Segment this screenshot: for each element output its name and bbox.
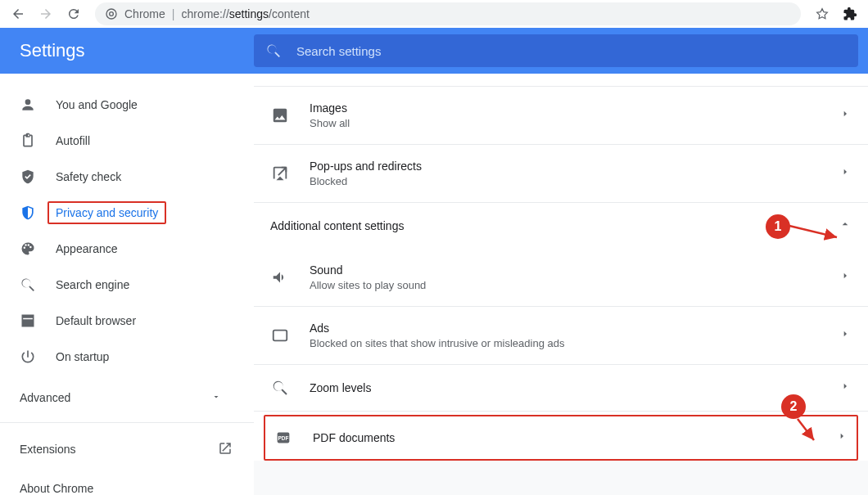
- svg-line-6: [789, 226, 837, 237]
- ads-icon: [270, 326, 290, 345]
- row-title: PDF documents: [313, 430, 395, 446]
- reload-icon: [66, 7, 81, 21]
- row-subtitle: Blocked: [310, 174, 422, 189]
- settings-search-input[interactable]: [296, 44, 847, 58]
- about-label: About Chrome: [20, 482, 93, 495]
- row-zoom-levels[interactable]: Zoom levels: [254, 365, 868, 412]
- row-subtitle: Allow sites to play sound: [310, 278, 426, 293]
- sidebar-separator: [0, 422, 254, 423]
- svg-point-0: [106, 9, 116, 19]
- chevron-right-icon: [839, 327, 852, 344]
- sidebar-item-label: Search engine: [56, 278, 129, 291]
- row-images[interactable]: Images Show all: [254, 87, 868, 145]
- row-title: Zoom levels: [310, 380, 371, 396]
- arrow-left-icon: [11, 7, 25, 21]
- power-icon: [20, 349, 36, 365]
- svg-line-7: [798, 419, 814, 440]
- reload-button[interactable]: [62, 2, 85, 25]
- popup-icon: [270, 164, 290, 183]
- open-external-icon: [218, 441, 233, 458]
- forward-button[interactable]: [34, 2, 57, 25]
- zoom-icon: [270, 378, 290, 398]
- address-bar[interactable]: Chrome | chrome://settings/content: [95, 2, 801, 25]
- address-divider: |: [172, 7, 175, 20]
- sidebar-item-label: Autofill: [56, 134, 90, 147]
- bookmark-button[interactable]: [811, 2, 834, 25]
- image-icon: [270, 106, 290, 125]
- extensions-button[interactable]: [839, 2, 861, 25]
- address-url: chrome://settings/content: [181, 7, 309, 20]
- search-icon: [20, 277, 36, 293]
- annotation-arrow-1: [788, 223, 845, 244]
- chevron-right-icon: [839, 380, 852, 396]
- sidebar-item-on-startup[interactable]: On startup: [0, 339, 254, 375]
- chrome-icon: [105, 7, 118, 20]
- person-icon: [20, 97, 36, 113]
- address-app-label: Chrome: [124, 7, 165, 20]
- arrow-right-icon: [38, 7, 53, 21]
- sidebar-item-label: Default browser: [56, 314, 136, 327]
- palette-icon: [20, 241, 36, 257]
- row-subtitle: Blocked on sites that show intrusive or …: [310, 336, 564, 351]
- row-pdf-documents[interactable]: PDF PDF documents: [264, 415, 858, 461]
- sidebar-item-label: Privacy and security: [47, 201, 166, 224]
- sidebar-item-privacy-security[interactable]: Privacy and security: [0, 195, 254, 231]
- sidebar-item-label: Safety check: [56, 170, 121, 183]
- chevron-right-icon: [839, 165, 852, 182]
- sidebar-advanced-toggle[interactable]: Advanced: [0, 380, 254, 416]
- browser-toolbar: Chrome | chrome://settings/content: [0, 0, 868, 28]
- settings-search[interactable]: [254, 34, 858, 67]
- row-subtitle: Show all: [310, 116, 350, 131]
- back-button[interactable]: [7, 2, 29, 25]
- browser-icon: [20, 313, 36, 329]
- chevron-right-icon: [839, 269, 852, 286]
- partial-row-above: [254, 74, 868, 87]
- sidebar-item-label: You and Google: [56, 98, 138, 111]
- row-title: Images: [310, 100, 350, 116]
- sidebar-item-label: On startup: [56, 350, 109, 363]
- annotation-badge-2: 2: [781, 394, 806, 419]
- content-area: Images Show all Pop-ups and redirects Bl…: [254, 74, 868, 495]
- sidebar-item-appearance[interactable]: Appearance: [0, 231, 254, 267]
- annotation-arrow-2: [794, 416, 827, 448]
- section-title: Additional content settings: [270, 219, 404, 232]
- sidebar-extensions[interactable]: Extensions: [0, 430, 254, 469]
- sidebar: You and Google Autofill Safety check Pri…: [0, 74, 254, 495]
- row-ads[interactable]: Ads Blocked on sites that show intrusive…: [254, 307, 868, 365]
- advanced-label: Advanced: [20, 391, 70, 404]
- chevron-right-icon: [835, 430, 848, 446]
- row-title: Sound: [310, 262, 426, 278]
- puzzle-icon: [843, 7, 857, 21]
- row-title: Ads: [310, 320, 564, 336]
- sidebar-item-search-engine[interactable]: Search engine: [0, 267, 254, 303]
- annotation-badge-1: 1: [766, 214, 790, 239]
- sidebar-item-default-browser[interactable]: Default browser: [0, 303, 254, 339]
- row-title: Pop-ups and redirects: [310, 158, 422, 174]
- pdf-icon: PDF: [274, 428, 293, 448]
- shield-check-icon: [20, 169, 36, 185]
- svg-text:PDF: PDF: [278, 435, 289, 441]
- settings-header: Settings: [0, 28, 868, 74]
- extensions-label: Extensions: [20, 443, 75, 456]
- sidebar-item-safety-check[interactable]: Safety check: [0, 159, 254, 195]
- caret-down-icon: [211, 391, 221, 404]
- row-sound[interactable]: Sound Allow sites to play sound: [254, 249, 868, 307]
- svg-point-1: [110, 12, 114, 16]
- sidebar-about-chrome[interactable]: About Chrome: [0, 469, 254, 495]
- row-popups[interactable]: Pop-ups and redirects Blocked: [254, 145, 868, 203]
- settings-title: Settings: [0, 40, 254, 61]
- svg-rect-3: [274, 331, 287, 341]
- sidebar-item-autofill[interactable]: Autofill: [0, 123, 254, 159]
- sound-icon: [270, 268, 290, 287]
- chevron-right-icon: [839, 107, 852, 124]
- sidebar-item-label: Appearance: [56, 242, 118, 255]
- shield-icon: [20, 205, 36, 221]
- search-icon: [265, 43, 282, 59]
- star-icon: [815, 7, 830, 21]
- clipboard-icon: [20, 133, 36, 149]
- sidebar-item-you-and-google[interactable]: You and Google: [0, 87, 254, 123]
